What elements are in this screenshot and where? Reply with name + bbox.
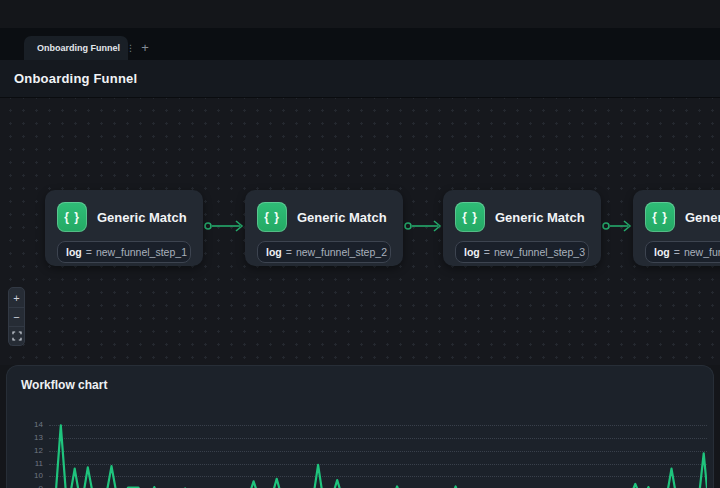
chart-y-axis: 14131211109 [25,419,43,488]
node-header: { } Generic Match [645,202,720,232]
param-key: log [66,246,82,258]
node-generic-match-4[interactable]: { } Generic Match log = new_funnel_step_… [633,190,720,266]
workflow-chart-card: Workflow chart 14131211109 [6,365,714,488]
tab-bar: Onboarding Funnel ⋮ + [0,28,720,60]
page-header: Onboarding Funnel [0,60,720,98]
workflow-canvas[interactable]: { } Generic Match log = new_funnel_step_… [0,98,720,365]
param-op: = [484,246,490,258]
node-param-pill: log = new_funnel_step_1 [57,241,191,263]
param-value: new_funnel_step_2 [296,246,387,258]
node-header: { } Generic Match [257,202,391,232]
node-generic-match-1[interactable]: { } Generic Match log = new_funnel_step_… [45,190,203,266]
param-op: = [286,246,292,258]
y-tick-label: 10 [34,472,43,480]
braces-icon: { } [645,202,675,232]
zoom-controls: + − [8,287,25,346]
app-window: Onboarding Funnel ⋮ + Onboarding Funnel [0,0,720,488]
page-title: Onboarding Funnel [14,71,137,86]
node-title: Generic Match [297,210,387,225]
zoom-in-button[interactable]: + [9,288,24,307]
param-key: log [464,246,480,258]
node-param-pill: log = new_funnel_step_2 [257,241,391,263]
chart-area: 14131211109 [7,419,713,488]
braces-icon: { } [455,202,485,232]
param-value: new_funnel_step_3 [494,246,585,258]
braces-icon: { } [257,202,287,232]
tab-label: Onboarding Funnel [37,43,120,53]
braces-icon: { } [57,202,87,232]
node-param-pill: log = new_funnel_step_4 [645,241,720,263]
param-op: = [674,246,680,258]
y-tick-label: 11 [35,460,43,468]
param-op: = [86,246,92,258]
node-title: Generic Match [97,210,187,225]
tab-kebab-menu-icon[interactable]: ⋮ [126,43,135,53]
zoom-out-button[interactable]: − [9,307,24,326]
param-key: log [266,246,282,258]
chart-line [49,419,707,488]
y-tick-label: 13 [34,434,43,442]
new-tab-button[interactable]: + [136,39,154,57]
node-param-pill: log = new_funnel_step_3 [455,241,589,263]
fit-view-button[interactable] [9,326,24,345]
y-tick-label: 14 [34,421,43,429]
y-tick-label: 12 [34,447,43,455]
chart-plot [49,419,707,488]
node-title: Generic Match [495,210,585,225]
chart-title: Workflow chart [21,378,107,392]
tab-onboarding-funnel[interactable]: Onboarding Funnel ⋮ [24,36,128,60]
param-value: new_funnel_step_1 [96,246,187,258]
node-generic-match-3[interactable]: { } Generic Match log = new_funnel_step_… [443,190,601,266]
fit-view-icon [12,331,22,341]
node-header: { } Generic Match [455,202,589,232]
node-generic-match-2[interactable]: { } Generic Match log = new_funnel_step_… [245,190,403,266]
param-value: new_funnel_step_4 [684,246,720,258]
param-key: log [654,246,670,258]
node-header: { } Generic Match [57,202,191,232]
node-title: Generic Match [685,210,720,225]
